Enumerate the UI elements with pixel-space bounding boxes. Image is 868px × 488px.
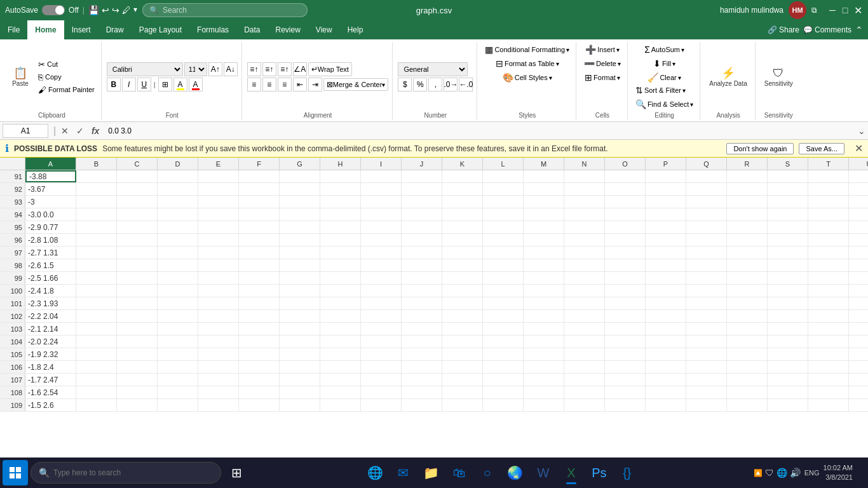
col-header-o[interactable]: O xyxy=(605,158,646,170)
conditional-formatting-button[interactable]: ▦ Conditional Formatting ▾ xyxy=(482,43,572,56)
col-header-d[interactable]: D xyxy=(158,158,198,170)
cell-q[interactable] xyxy=(686,323,727,335)
sf-dropdown-icon[interactable]: ▾ xyxy=(682,87,686,94)
cell-k[interactable] xyxy=(442,170,483,182)
cell-e[interactable] xyxy=(198,183,239,195)
cell-t[interactable] xyxy=(808,297,849,309)
cell-l[interactable] xyxy=(483,336,524,348)
font-name-select[interactable]: Calibri xyxy=(107,62,183,76)
cell-i[interactable] xyxy=(361,234,402,246)
cell-k[interactable] xyxy=(442,323,483,335)
cell-o[interactable] xyxy=(605,336,646,348)
cell-a[interactable]: -2.3 1.93 xyxy=(25,297,76,309)
cell-n[interactable] xyxy=(564,285,605,297)
cell-u[interactable] xyxy=(849,183,868,195)
dont-show-again-button[interactable]: Don't show again xyxy=(726,143,794,154)
cell-k[interactable] xyxy=(442,285,483,297)
cell-m[interactable] xyxy=(524,285,564,297)
cell-s[interactable] xyxy=(768,221,808,233)
cell-q[interactable] xyxy=(686,221,727,233)
cell-i[interactable] xyxy=(361,361,402,373)
cell-i[interactable] xyxy=(361,297,402,309)
cell-k[interactable] xyxy=(442,221,483,233)
row-number[interactable]: 97 xyxy=(0,247,25,259)
align-right-button[interactable]: ≡ xyxy=(278,78,292,92)
cell-r[interactable] xyxy=(727,310,768,322)
cell-g[interactable] xyxy=(280,310,320,322)
col-header-s[interactable]: S xyxy=(768,158,808,170)
cell-f[interactable] xyxy=(239,183,280,195)
cell-u[interactable] xyxy=(849,399,868,411)
cell-f[interactable] xyxy=(239,374,280,386)
cell-f[interactable] xyxy=(239,348,280,360)
close-button[interactable]: ✕ xyxy=(853,5,863,15)
cell-d[interactable] xyxy=(158,348,198,360)
cell-r[interactable] xyxy=(727,297,768,309)
cell-i[interactable] xyxy=(361,272,402,284)
cell-u[interactable] xyxy=(849,310,868,322)
cell-j[interactable] xyxy=(402,259,442,271)
cell-k[interactable] xyxy=(442,399,483,411)
decrease-indent-button[interactable]: ⇤ xyxy=(293,78,307,92)
cell-m[interactable] xyxy=(524,348,564,360)
cell-f[interactable] xyxy=(239,247,280,259)
cell-u[interactable] xyxy=(849,336,868,348)
cell-l[interactable] xyxy=(483,196,524,208)
cell-p[interactable] xyxy=(646,272,686,284)
cell-u[interactable] xyxy=(849,196,868,208)
cell-l[interactable] xyxy=(483,234,524,246)
cell-s[interactable] xyxy=(768,386,808,398)
cell-m[interactable] xyxy=(524,259,564,271)
cell-m[interactable] xyxy=(524,399,564,411)
cell-f[interactable] xyxy=(239,259,280,271)
cell-a[interactable]: -3.67 xyxy=(25,183,76,195)
row-number[interactable]: 104 xyxy=(0,336,25,348)
row-number[interactable]: 108 xyxy=(0,386,25,398)
cell-r[interactable] xyxy=(727,221,768,233)
col-header-k[interactable]: K xyxy=(442,158,483,170)
cell-l[interactable] xyxy=(483,183,524,195)
cell-e[interactable] xyxy=(198,247,239,259)
cell-j[interactable] xyxy=(402,386,442,398)
cell-c[interactable] xyxy=(117,183,158,195)
cell-i[interactable] xyxy=(361,259,402,271)
cell-s[interactable] xyxy=(768,196,808,208)
cell-s[interactable] xyxy=(768,183,808,195)
cell-s[interactable] xyxy=(768,336,808,348)
cell-u[interactable] xyxy=(849,234,868,246)
cell-s[interactable] xyxy=(768,399,808,411)
cell-a[interactable]: -2.9 0.77 xyxy=(25,221,76,233)
cell-t[interactable] xyxy=(808,336,849,348)
undo-icon[interactable]: ↩ xyxy=(102,5,109,15)
cell-q[interactable] xyxy=(686,386,727,398)
user-avatar[interactable]: HM xyxy=(789,1,806,19)
save-as-button[interactable]: Save As... xyxy=(799,143,844,154)
row-number[interactable]: 92 xyxy=(0,183,25,195)
tab-insert[interactable]: Insert xyxy=(64,20,98,39)
cell-p[interactable] xyxy=(646,336,686,348)
clear-dropdown-icon[interactable]: ▾ xyxy=(678,74,681,81)
cell-q[interactable] xyxy=(686,348,727,360)
cell-g[interactable] xyxy=(280,259,320,271)
row-number[interactable]: 96 xyxy=(0,234,25,246)
col-header-f[interactable]: F xyxy=(239,158,280,170)
cell-q[interactable] xyxy=(686,272,727,284)
start-button[interactable] xyxy=(3,460,28,485)
cell-m[interactable] xyxy=(524,310,564,322)
taskbar-code[interactable]: {} xyxy=(614,460,640,485)
cell-h[interactable] xyxy=(320,183,361,195)
tab-formulas[interactable]: Formulas xyxy=(189,20,236,39)
cell-a[interactable]: -1.9 2.32 xyxy=(25,348,76,360)
cell-n[interactable] xyxy=(564,386,605,398)
cell-g[interactable] xyxy=(280,399,320,411)
cell-l[interactable] xyxy=(483,259,524,271)
col-header-b[interactable]: B xyxy=(76,158,117,170)
cell-r[interactable] xyxy=(727,348,768,360)
cell-t[interactable] xyxy=(808,183,849,195)
cell-b[interactable] xyxy=(76,234,117,246)
cell-g[interactable] xyxy=(280,386,320,398)
restore-down-icon[interactable]: ⧉ xyxy=(811,6,817,15)
cell-o[interactable] xyxy=(605,323,646,335)
cell-l[interactable] xyxy=(483,399,524,411)
tab-draw[interactable]: Draw xyxy=(98,20,132,39)
